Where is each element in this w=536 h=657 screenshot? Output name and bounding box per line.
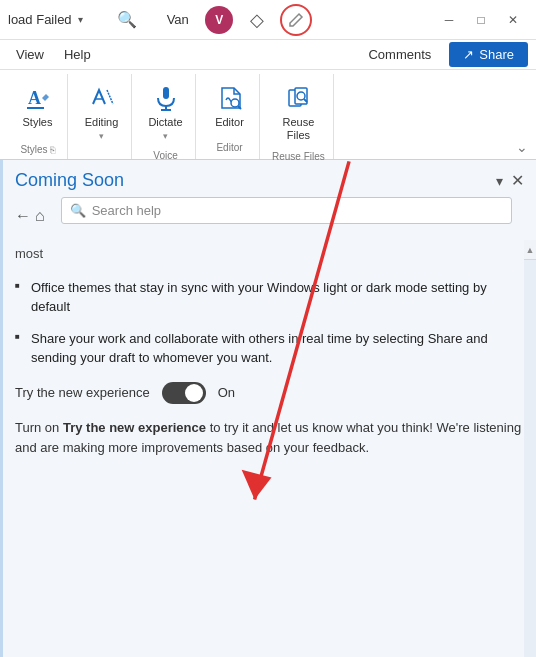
reuse-files-label: ReuseFiles [283,116,315,142]
maximize-button[interactable]: □ [466,8,496,32]
bottom-text-pre: Turn on [15,420,63,435]
toggle-thumb [185,384,203,402]
reuse-files-icon [282,82,314,114]
panel-dropdown-icon[interactable]: ▾ [496,173,503,189]
title-dropdown-icon[interactable]: ▾ [78,14,83,25]
title-bar: load Failed ▾ 🔍 Van V ◇ ─ □ ✕ [0,0,536,40]
share-icon: ↗ [463,47,474,62]
styles-button[interactable]: A Styles [18,78,58,133]
panel-container: Coming Soon ▾ ✕ ← ⌂ 🔍 Search help most ■… [0,160,536,657]
styles-group-label: Styles [20,144,47,155]
intro-text: most [15,244,524,264]
bullet-text-2: Share your work and collaborate with oth… [31,329,524,368]
avatar[interactable]: V [205,6,233,34]
ribbon: A Styles Styles ⎘ Editing ▾ [0,70,536,160]
editor-label: Editor [215,116,244,129]
bottom-description: Turn on Try the new experience to try it… [15,418,524,460]
styles-label: Styles [23,116,53,129]
app-title: load Failed [8,12,72,27]
editor-group-label: Editor [216,142,242,153]
ribbon-group-dictate: Dictate ▾ Voice [136,74,196,159]
bullet-dot-2: ■ [15,331,31,343]
menu-bar: View Help Comments ↗ Share [0,40,536,70]
close-button[interactable]: ✕ [498,8,528,32]
ribbon-group-editor: Editor Editor [200,74,260,159]
svg-line-3 [107,90,113,104]
dictate-dropdown-icon[interactable]: ▾ [163,131,168,141]
mic-icon [150,82,182,114]
toggle-switch[interactable] [162,382,206,404]
bullet-text-1: Office themes that stay in sync with you… [31,278,524,317]
panel-scrollbar[interactable]: ▲ [524,240,536,657]
search-icon: 🔍 [70,203,86,218]
svg-point-7 [231,99,239,107]
toggle-label: Try the new experience [15,385,150,400]
styles-icon: A [22,82,54,114]
menu-help[interactable]: Help [56,43,99,66]
svg-text:A: A [28,88,41,108]
search-icon[interactable]: 🔍 [117,10,137,29]
styles-expand-icon[interactable]: ⎘ [50,145,55,155]
menu-view[interactable]: View [8,43,52,66]
pen-edit-circle[interactable] [280,4,312,36]
panel-header: Coming Soon ▾ ✕ [3,160,536,197]
title-bar-left: load Failed ▾ 🔍 Van V ◇ [8,4,434,36]
ribbon-group-reuse: ReuseFiles Reuse Files [264,74,334,159]
nav-back-button[interactable]: ← [15,207,31,225]
editor-icon [214,82,246,114]
coming-soon-panel: Coming Soon ▾ ✕ ← ⌂ 🔍 Search help most ■… [0,160,536,657]
editing-dropdown-icon[interactable]: ▾ [99,131,104,141]
bullet-dot-1: ■ [15,280,31,292]
diamond-icon: ◇ [250,9,264,31]
dictate-button[interactable]: Dictate ▾ [144,78,186,145]
search-bar[interactable]: 🔍 Search help [61,197,512,224]
nav-home-button[interactable]: ⌂ [35,207,45,225]
editing-button[interactable]: Editing ▾ [81,78,123,145]
editing-icon [85,82,117,114]
menu-right: Comments ↗ Share [358,42,528,67]
username-label: Van [167,12,189,27]
reuse-files-button[interactable]: ReuseFiles [278,78,318,146]
bullet-item-1: ■ Office themes that stay in sync with y… [15,278,524,317]
share-button[interactable]: ↗ Share [449,42,528,67]
svg-point-11 [297,92,305,100]
editing-label: Editing [85,116,119,129]
panel-content: most ■ Office themes that stay in sync w… [3,240,536,657]
ribbon-more-icon[interactable]: ⌄ [516,139,528,155]
ribbon-group-editing: Editing ▾ [72,74,132,159]
svg-rect-4 [163,87,169,99]
toggle-row: Try the new experience On [15,382,524,404]
dictate-label: Dictate [148,116,182,129]
scrollbar-up-button[interactable]: ▲ [524,240,536,260]
window-controls: ─ □ ✕ [434,8,528,32]
panel-header-right: ▾ ✕ [496,171,524,190]
comments-button[interactable]: Comments [358,43,441,66]
ribbon-group-styles: A Styles Styles ⎘ [8,74,68,159]
editor-button[interactable]: Editor [210,78,250,133]
panel-close-button[interactable]: ✕ [511,171,524,190]
panel-nav: ← ⌂ 🔍 Search help [15,197,524,234]
panel-title: Coming Soon [15,170,124,191]
bullet-item-2: ■ Share your work and collaborate with o… [15,329,524,368]
toggle-on-text: On [218,385,235,400]
bottom-text-bold: Try the new experience [63,420,206,435]
search-placeholder: Search help [92,203,161,218]
minimize-button[interactable]: ─ [434,8,464,32]
